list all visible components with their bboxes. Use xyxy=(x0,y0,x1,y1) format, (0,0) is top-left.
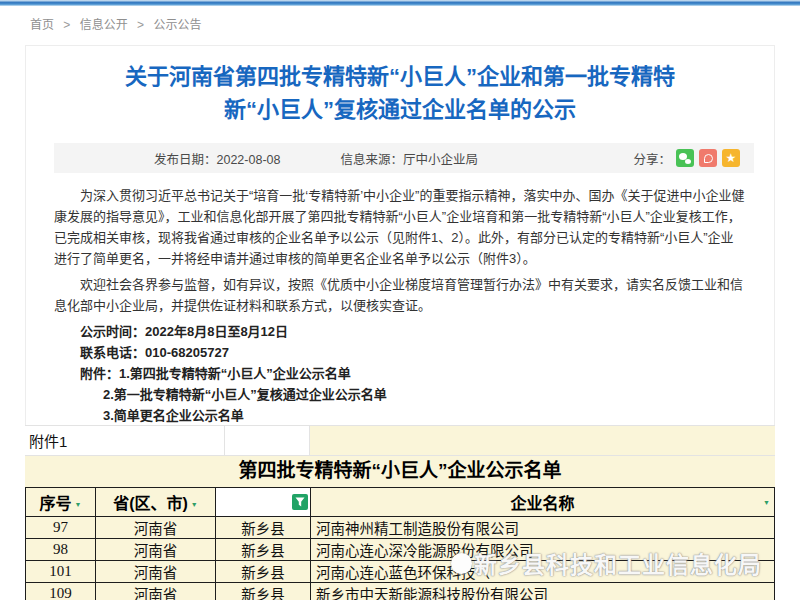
cell-province: 河南省 xyxy=(96,517,216,539)
attachment-line-1: 附件：1.第四批专精特新“小巨人”企业公示名单 xyxy=(54,363,746,384)
top-nav-bottom-strip xyxy=(0,0,800,6)
attachment1-cell-label: 附件1 xyxy=(25,426,225,455)
paragraph: 欢迎社会各界参与监督，如有异议，按照《优质中小企业梯度培育管理暂行办法》中有关要… xyxy=(54,274,746,316)
paragraph: 为深入贯彻习近平总书记关于“培育一批‘专精特新’中小企业”的重要指示精神，落实中… xyxy=(54,185,746,269)
breadcrumb-home[interactable]: 首页 xyxy=(30,18,54,32)
cell-city: 新乡县 xyxy=(216,539,311,561)
share-bar: 分享： ★ xyxy=(633,149,740,168)
contact-phone-line: 联系电话：010-68205727 xyxy=(54,342,746,363)
publish-date: 发布日期：2022-08-08 xyxy=(154,149,280,168)
cell-index: 98 xyxy=(26,539,96,561)
cell-city: 新乡县 xyxy=(216,517,311,539)
qzone-star-share-icon[interactable]: ★ xyxy=(722,149,740,167)
weibo-share-icon[interactable] xyxy=(699,149,717,167)
table-row: 101 河南省 新乡县 河南心连心蓝色环保科技（ xyxy=(26,561,775,583)
cell-index: 101 xyxy=(26,561,96,583)
page: 首页 > 信息公开 > 公示公告 关于河南省第四批专精特新“小巨人”企业和第一批… xyxy=(0,0,800,600)
sheet-table-title: 第四批专精特新“小巨人”企业公示名单 xyxy=(25,456,775,487)
table-row: 98 河南省 新乡县 河南心连心深冷能源股份有限公司 xyxy=(26,539,775,561)
filter-applied-icon xyxy=(292,494,308,510)
breadcrumb: 首页 > 信息公开 > 公示公告 xyxy=(30,15,201,32)
breadcrumb-separator: > xyxy=(63,18,70,32)
filter-dropdown-icon: ▼ xyxy=(75,501,82,508)
col-header-province: 省(区、市)▼ xyxy=(96,488,216,517)
cell-city: 新乡县 xyxy=(216,583,311,600)
article-body: 为深入贯彻习近平总书记关于“培育一批‘专精特新’中小企业”的重要指示精神，落实中… xyxy=(54,185,746,448)
table-row: 97 河南省 新乡县 河南神州精工制造股份有限公司 xyxy=(26,517,775,539)
cell-company: 河南神州精工制造股份有限公司 xyxy=(311,517,775,539)
page-title-line1: 关于河南省第四批专精特新“小巨人”企业和第一批专精特 xyxy=(26,60,774,93)
col-header-index: 序号▼ xyxy=(26,488,96,517)
cell-city: 新乡县 xyxy=(216,561,311,583)
attachment1-sheet-image: 附件1 第四批专精特新“小巨人”企业公示名单 序号▼ 省(区、市)▼ 企业名称▼… xyxy=(25,425,775,600)
article-meta-bar: 发布日期：2022-08-08 信息来源：厅中小企业局 分享： ★ xyxy=(54,143,754,173)
filter-dropdown-icon: ▼ xyxy=(763,499,770,506)
enterprise-table: 序号▼ 省(区、市)▼ 企业名称▼ 97 河南省 新乡县 河南神州精工制造股份有… xyxy=(25,487,775,600)
filter-dropdown-icon: ▼ xyxy=(191,501,198,508)
cell-company: 河南心连心深冷能源股份有限公司 xyxy=(311,539,775,561)
cell-province: 河南省 xyxy=(96,561,216,583)
info-source: 信息来源：厅中小企业局 xyxy=(340,149,478,168)
cell-company: 河南心连心蓝色环保科技（ xyxy=(311,561,775,583)
table-row: 109 河南省 新乡县 新乡市中天新能源科技股份有限公司 xyxy=(26,583,775,600)
breadcrumb-separator: > xyxy=(137,18,144,32)
cell-index: 109 xyxy=(26,583,96,600)
notice-time-line: 公示时间：2022年8月8日至8月12日 xyxy=(54,321,746,342)
attachment-line-3: 3.简单更名企业公示名单 xyxy=(54,405,746,426)
breadcrumb-info-disclosure[interactable]: 信息公开 xyxy=(80,18,128,32)
cell-company: 新乡市中天新能源科技股份有限公司 xyxy=(311,583,775,600)
share-label: 分享： xyxy=(633,149,671,168)
page-title-line2: 新“小巨人”复核通过企业名单的公示 xyxy=(26,93,774,126)
table-header-row: 序号▼ 省(区、市)▼ 企业名称▼ xyxy=(26,488,775,517)
col-header-city-filtered xyxy=(216,488,311,517)
attachment-line-2: 2.第一批专精特新“小巨人”复核通过企业公示名单 xyxy=(54,384,746,405)
breadcrumb-public-notice[interactable]: 公示公告 xyxy=(153,18,201,32)
sheet-empty-cell xyxy=(225,426,310,455)
sheet-top-row: 附件1 xyxy=(25,425,775,456)
col-header-company: 企业名称▼ xyxy=(311,488,775,517)
cell-index: 97 xyxy=(26,517,96,539)
sheet-yellow-cell xyxy=(310,426,775,455)
wechat-share-icon[interactable] xyxy=(676,149,694,167)
cell-province: 河南省 xyxy=(96,583,216,600)
page-title: 关于河南省第四批专精特新“小巨人”企业和第一批专精特 新“小巨人”复核通过企业名… xyxy=(26,60,774,126)
cell-province: 河南省 xyxy=(96,539,216,561)
